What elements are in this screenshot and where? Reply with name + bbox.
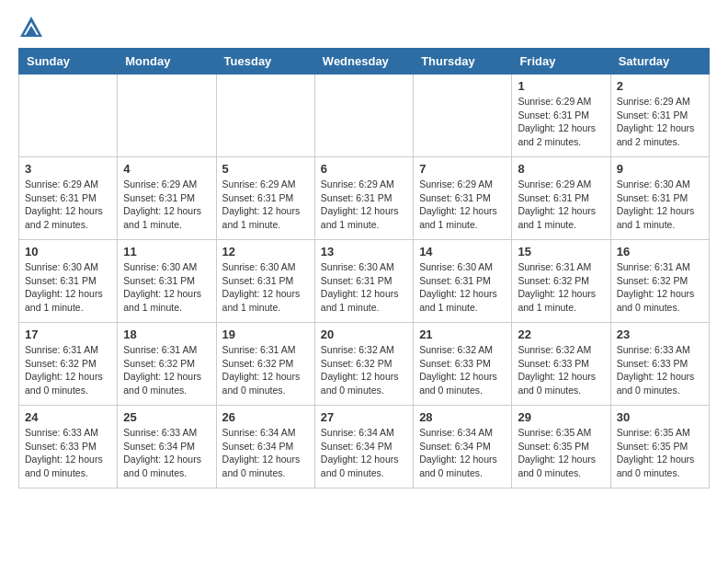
day-number: 28 xyxy=(419,410,506,424)
logo xyxy=(18,15,48,40)
calendar-cell-w4-d0: 24Sunrise: 6:33 AM Sunset: 6:33 PM Dayli… xyxy=(19,406,118,488)
day-number: 15 xyxy=(518,245,604,259)
calendar-cell-w1-d6: 9Sunrise: 6:30 AM Sunset: 6:31 PM Daylig… xyxy=(610,157,709,240)
day-info: Sunrise: 6:30 AM Sunset: 6:31 PM Dayligh… xyxy=(123,260,210,315)
day-number: 18 xyxy=(123,327,210,341)
weekday-header-monday: Monday xyxy=(118,49,216,75)
day-info: Sunrise: 6:34 AM Sunset: 6:34 PM Dayligh… xyxy=(321,426,407,480)
weekday-header-thursday: Thursday xyxy=(414,49,512,75)
header-row xyxy=(18,15,710,40)
day-info: Sunrise: 6:29 AM Sunset: 6:31 PM Dayligh… xyxy=(419,178,506,232)
calendar-cell-w0-d4 xyxy=(414,75,512,157)
calendar-cell-w1-d0: 3Sunrise: 6:29 AM Sunset: 6:31 PM Daylig… xyxy=(19,157,118,240)
day-number: 1 xyxy=(518,79,604,93)
day-number: 17 xyxy=(25,327,111,341)
calendar-cell-w3-d5: 22Sunrise: 6:32 AM Sunset: 6:33 PM Dayli… xyxy=(512,323,610,406)
day-number: 23 xyxy=(617,327,703,341)
calendar-cell-w3-d6: 23Sunrise: 6:33 AM Sunset: 6:33 PM Dayli… xyxy=(610,323,709,406)
page: SundayMondayTuesdayWednesdayThursdayFrid… xyxy=(0,0,728,503)
day-info: Sunrise: 6:29 AM Sunset: 6:31 PM Dayligh… xyxy=(617,95,703,149)
day-info: Sunrise: 6:31 AM Sunset: 6:32 PM Dayligh… xyxy=(518,260,604,315)
day-number: 22 xyxy=(518,327,604,341)
calendar-cell-w4-d3: 27Sunrise: 6:34 AM Sunset: 6:34 PM Dayli… xyxy=(314,406,413,488)
calendar-cell-w4-d1: 25Sunrise: 6:33 AM Sunset: 6:34 PM Dayli… xyxy=(118,406,216,488)
day-info: Sunrise: 6:31 AM Sunset: 6:32 PM Dayligh… xyxy=(25,343,111,397)
day-number: 11 xyxy=(123,245,210,259)
logo-icon xyxy=(18,15,44,40)
day-info: Sunrise: 6:35 AM Sunset: 6:35 PM Dayligh… xyxy=(518,426,604,480)
day-info: Sunrise: 6:29 AM Sunset: 6:31 PM Dayligh… xyxy=(518,95,604,149)
calendar-cell-w4-d2: 26Sunrise: 6:34 AM Sunset: 6:34 PM Dayli… xyxy=(216,406,314,488)
day-number: 3 xyxy=(25,162,111,176)
calendar-cell-w1-d4: 7Sunrise: 6:29 AM Sunset: 6:31 PM Daylig… xyxy=(414,157,512,240)
day-info: Sunrise: 6:29 AM Sunset: 6:31 PM Dayligh… xyxy=(222,178,309,232)
weekday-header-sunday: Sunday xyxy=(19,49,118,75)
calendar-cell-w4-d6: 30Sunrise: 6:35 AM Sunset: 6:35 PM Dayli… xyxy=(610,406,709,488)
day-info: Sunrise: 6:29 AM Sunset: 6:31 PM Dayligh… xyxy=(123,178,210,232)
calendar-cell-w1-d2: 5Sunrise: 6:29 AM Sunset: 6:31 PM Daylig… xyxy=(216,157,314,240)
day-info: Sunrise: 6:30 AM Sunset: 6:31 PM Dayligh… xyxy=(25,260,111,315)
calendar-cell-w2-d3: 13Sunrise: 6:30 AM Sunset: 6:31 PM Dayli… xyxy=(314,240,413,323)
calendar-cell-w1-d1: 4Sunrise: 6:29 AM Sunset: 6:31 PM Daylig… xyxy=(118,157,216,240)
calendar-cell-w0-d3 xyxy=(314,75,413,157)
day-info: Sunrise: 6:33 AM Sunset: 6:33 PM Dayligh… xyxy=(25,426,111,480)
weekday-header-saturday: Saturday xyxy=(610,49,709,75)
day-number: 16 xyxy=(617,245,703,259)
day-info: Sunrise: 6:30 AM Sunset: 6:31 PM Dayligh… xyxy=(617,178,703,232)
day-number: 5 xyxy=(222,162,309,176)
day-number: 26 xyxy=(222,410,309,424)
calendar-cell-w2-d4: 14Sunrise: 6:30 AM Sunset: 6:31 PM Dayli… xyxy=(414,240,512,323)
day-number: 2 xyxy=(617,79,703,93)
day-info: Sunrise: 6:35 AM Sunset: 6:35 PM Dayligh… xyxy=(617,426,703,480)
weekday-header-friday: Friday xyxy=(512,49,610,75)
day-number: 19 xyxy=(222,327,309,341)
day-number: 10 xyxy=(25,245,111,259)
day-info: Sunrise: 6:30 AM Sunset: 6:31 PM Dayligh… xyxy=(222,260,309,315)
weekday-header-wednesday: Wednesday xyxy=(314,49,413,75)
day-info: Sunrise: 6:29 AM Sunset: 6:31 PM Dayligh… xyxy=(518,178,604,232)
calendar-cell-w2-d5: 15Sunrise: 6:31 AM Sunset: 6:32 PM Dayli… xyxy=(512,240,610,323)
day-number: 7 xyxy=(419,162,506,176)
calendar-cell-w3-d4: 21Sunrise: 6:32 AM Sunset: 6:33 PM Dayli… xyxy=(414,323,512,406)
day-number: 21 xyxy=(419,327,506,341)
calendar-cell-w2-d1: 11Sunrise: 6:30 AM Sunset: 6:31 PM Dayli… xyxy=(118,240,216,323)
calendar-cell-w3-d2: 19Sunrise: 6:31 AM Sunset: 6:32 PM Dayli… xyxy=(216,323,314,406)
day-number: 14 xyxy=(419,245,506,259)
day-number: 20 xyxy=(321,327,407,341)
day-info: Sunrise: 6:34 AM Sunset: 6:34 PM Dayligh… xyxy=(222,426,309,480)
day-info: Sunrise: 6:29 AM Sunset: 6:31 PM Dayligh… xyxy=(321,178,407,232)
calendar-cell-w2-d6: 16Sunrise: 6:31 AM Sunset: 6:32 PM Dayli… xyxy=(610,240,709,323)
day-number: 30 xyxy=(617,410,703,424)
day-number: 6 xyxy=(321,162,407,176)
day-info: Sunrise: 6:33 AM Sunset: 6:34 PM Dayligh… xyxy=(123,426,210,480)
calendar-cell-w1-d5: 8Sunrise: 6:29 AM Sunset: 6:31 PM Daylig… xyxy=(512,157,610,240)
day-number: 4 xyxy=(123,162,210,176)
day-number: 9 xyxy=(617,162,703,176)
day-number: 27 xyxy=(321,410,407,424)
calendar-cell-w4-d4: 28Sunrise: 6:34 AM Sunset: 6:34 PM Dayli… xyxy=(414,406,512,488)
day-number: 24 xyxy=(25,410,111,424)
day-info: Sunrise: 6:31 AM Sunset: 6:32 PM Dayligh… xyxy=(123,343,210,397)
day-number: 12 xyxy=(222,245,309,259)
calendar-cell-w0-d1 xyxy=(118,75,216,157)
calendar-cell-w3-d1: 18Sunrise: 6:31 AM Sunset: 6:32 PM Dayli… xyxy=(118,323,216,406)
calendar-table: SundayMondayTuesdayWednesdayThursdayFrid… xyxy=(18,48,710,488)
day-info: Sunrise: 6:30 AM Sunset: 6:31 PM Dayligh… xyxy=(419,260,506,315)
day-number: 13 xyxy=(321,245,407,259)
day-info: Sunrise: 6:34 AM Sunset: 6:34 PM Dayligh… xyxy=(419,426,506,480)
day-info: Sunrise: 6:29 AM Sunset: 6:31 PM Dayligh… xyxy=(25,178,111,232)
weekday-header-tuesday: Tuesday xyxy=(216,49,314,75)
calendar-cell-w0-d6: 2Sunrise: 6:29 AM Sunset: 6:31 PM Daylig… xyxy=(610,75,709,157)
day-info: Sunrise: 6:32 AM Sunset: 6:33 PM Dayligh… xyxy=(419,343,506,397)
day-number: 8 xyxy=(518,162,604,176)
calendar-cell-w1-d3: 6Sunrise: 6:29 AM Sunset: 6:31 PM Daylig… xyxy=(314,157,413,240)
day-number: 25 xyxy=(123,410,210,424)
calendar-cell-w3-d3: 20Sunrise: 6:32 AM Sunset: 6:32 PM Dayli… xyxy=(314,323,413,406)
calendar-cell-w3-d0: 17Sunrise: 6:31 AM Sunset: 6:32 PM Dayli… xyxy=(19,323,118,406)
calendar-cell-w2-d0: 10Sunrise: 6:30 AM Sunset: 6:31 PM Dayli… xyxy=(19,240,118,323)
day-info: Sunrise: 6:32 AM Sunset: 6:33 PM Dayligh… xyxy=(518,343,604,397)
day-info: Sunrise: 6:33 AM Sunset: 6:33 PM Dayligh… xyxy=(617,343,703,397)
day-info: Sunrise: 6:31 AM Sunset: 6:32 PM Dayligh… xyxy=(617,260,703,315)
day-info: Sunrise: 6:30 AM Sunset: 6:31 PM Dayligh… xyxy=(321,260,407,315)
day-number: 29 xyxy=(518,410,604,424)
